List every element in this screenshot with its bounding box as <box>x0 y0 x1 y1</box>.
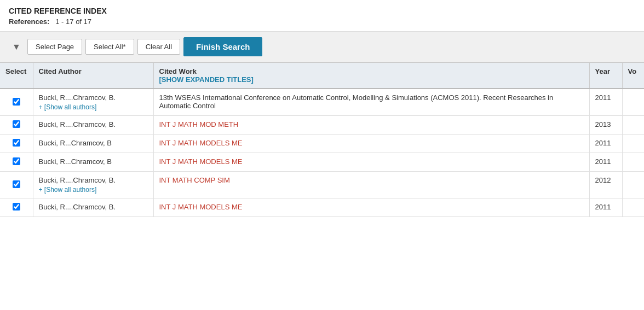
cited-work-cell: INT J MATH MODELS ME <box>153 153 589 172</box>
col-header-year: Year <box>589 63 622 89</box>
table-body: Bucki, R....Chramcov, B.+ [Show all auth… <box>0 89 644 217</box>
table-row: Bucki, R...Chramcov, BINT J MATH MODELS … <box>0 134 644 153</box>
col-header-cited-work: Cited Work [SHOW EXPANDED TITLES] <box>153 63 589 89</box>
cited-work-cell: 13th WSEAS International Conference on A… <box>153 89 589 116</box>
author-name: Bucki, R....Chramcov, B. <box>39 203 116 211</box>
cited-work-text: 13th WSEAS International Conference on A… <box>159 93 554 110</box>
references-info: References: 1 - 17 of 17 <box>9 17 635 26</box>
author-name: Bucki, R....Chramcov, B. <box>39 176 116 184</box>
year-cell: 2011 <box>589 89 622 116</box>
cited-work-link[interactable]: INT MATH COMP SIM <box>159 176 230 184</box>
finish-search-button[interactable]: Finish Search <box>183 37 262 56</box>
cited-work-link[interactable]: INT J MATH MODELS ME <box>159 157 243 166</box>
cited-work-cell: INT MATH COMP SIM <box>153 172 589 198</box>
table-row: Bucki, R....Chramcov, B.+ [Show all auth… <box>0 89 644 116</box>
author-cell: Bucki, R....Chramcov, B.+ [Show all auth… <box>33 89 153 116</box>
year-cell: 2013 <box>589 116 622 134</box>
show-all-authors-link[interactable]: + [Show all authors] <box>39 103 148 111</box>
year-cell: 2012 <box>589 172 622 198</box>
author-name: Bucki, R....Chramcov, B. <box>39 93 116 102</box>
cited-work-link[interactable]: INT J MATH MODELS ME <box>159 139 243 147</box>
row-checkbox[interactable] <box>13 120 20 128</box>
row-checkbox[interactable] <box>13 203 20 210</box>
table-header-row: Select Cited Author Cited Work [SHOW EXP… <box>0 63 644 89</box>
cited-work-cell: INT J MATH MODELS ME <box>153 198 589 217</box>
vol-cell <box>622 89 644 116</box>
select-all-button[interactable]: Select All* <box>85 39 134 55</box>
cited-work-link[interactable]: INT J MATH MOD METH <box>159 120 239 128</box>
results-table-container: Select Cited Author Cited Work [SHOW EXP… <box>0 63 644 217</box>
show-expanded-titles-link[interactable]: [SHOW EXPANDED TITLES] <box>159 75 254 84</box>
table-row: Bucki, R....Chramcov, B.INT J MATH MODEL… <box>0 198 644 217</box>
vol-cell <box>622 116 644 134</box>
select-cell <box>0 153 33 172</box>
select-cell <box>0 172 33 198</box>
table-row: Bucki, R...Chramcov, BINT J MATH MODELS … <box>0 153 644 172</box>
vol-cell <box>622 198 644 217</box>
author-name: Bucki, R...Chramcov, B <box>39 139 112 147</box>
references-range: 1 - 17 of 17 <box>55 17 91 26</box>
year-cell: 2011 <box>589 134 622 153</box>
vol-cell <box>622 172 644 198</box>
row-checkbox[interactable] <box>13 157 20 165</box>
vol-cell <box>622 153 644 172</box>
select-cell <box>0 89 33 116</box>
author-cell: Bucki, R....Chramcov, B.+ [Show all auth… <box>33 172 153 198</box>
author-cell: Bucki, R...Chramcov, B <box>33 134 153 153</box>
year-cell: 2011 <box>589 153 622 172</box>
author-cell: Bucki, R....Chramcov, B. <box>33 116 153 134</box>
results-table: Select Cited Author Cited Work [SHOW EXP… <box>0 63 644 217</box>
author-name: Bucki, R....Chramcov, B. <box>39 120 116 128</box>
row-checkbox[interactable] <box>13 180 20 188</box>
col-header-author: Cited Author <box>33 63 153 89</box>
toolbar: ▼ Select Page Select All* Clear All Fini… <box>0 32 644 63</box>
author-cell: Bucki, R...Chramcov, B <box>33 153 153 172</box>
references-label: References: <box>9 17 49 26</box>
author-name: Bucki, R...Chramcov, B <box>39 157 112 166</box>
col-header-vol: Vo <box>622 63 644 89</box>
table-row: Bucki, R....Chramcov, B.INT J MATH MOD M… <box>0 116 644 134</box>
author-cell: Bucki, R....Chramcov, B. <box>33 198 153 217</box>
row-checkbox[interactable] <box>13 139 20 147</box>
select-page-button[interactable]: Select Page <box>27 39 82 55</box>
select-cell <box>0 134 33 153</box>
clear-all-button[interactable]: Clear All <box>137 39 180 55</box>
select-cell <box>0 198 33 217</box>
select-cell <box>0 116 33 134</box>
sort-arrow-icon[interactable]: ▼ <box>9 39 24 55</box>
row-checkbox[interactable] <box>13 98 20 106</box>
vol-cell <box>622 134 644 153</box>
cited-work-cell: INT J MATH MOD METH <box>153 116 589 134</box>
year-cell: 2011 <box>589 198 622 217</box>
col-header-select: Select <box>0 63 33 89</box>
header-section: CITED REFERENCE INDEX References: 1 - 17… <box>0 0 644 32</box>
page-title: CITED REFERENCE INDEX <box>9 7 635 15</box>
show-all-authors-link[interactable]: + [Show all authors] <box>39 186 148 194</box>
table-row: Bucki, R....Chramcov, B.+ [Show all auth… <box>0 172 644 198</box>
cited-work-cell: INT J MATH MODELS ME <box>153 134 589 153</box>
cited-work-link[interactable]: INT J MATH MODELS ME <box>159 203 243 211</box>
